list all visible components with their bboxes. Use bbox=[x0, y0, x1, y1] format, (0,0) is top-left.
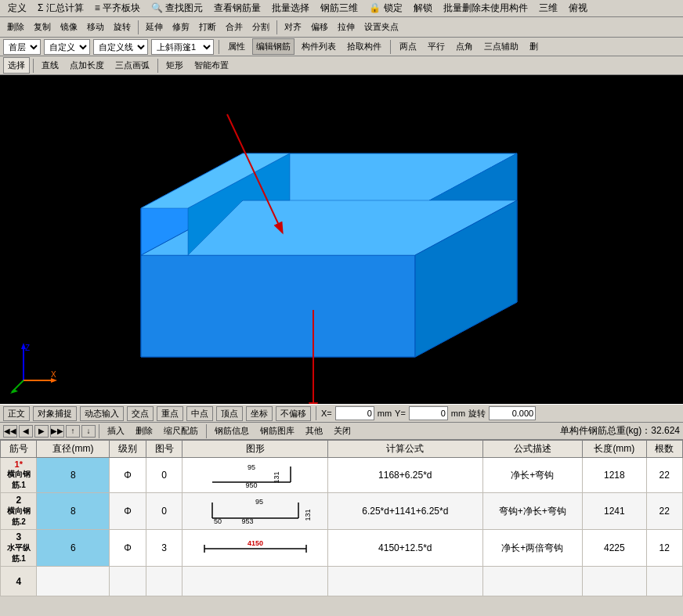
slope-select[interactable]: 上斜雨篷1 bbox=[151, 39, 214, 55]
text-mode-btn[interactable]: 正文 bbox=[3, 406, 30, 421]
delete-layer-btn[interactable]: 删 bbox=[526, 38, 542, 55]
component-list-btn[interactable]: 构件列表 bbox=[298, 38, 340, 55]
mirror-btn[interactable]: 镜像 bbox=[56, 19, 81, 35]
arc-btn[interactable]: 三点画弧 bbox=[110, 57, 154, 74]
svg-text:50: 50 bbox=[214, 517, 222, 524]
row1-shape: 95 131 950 bbox=[182, 458, 328, 493]
property-btn[interactable]: 属性 bbox=[224, 38, 249, 55]
down-btn[interactable]: ↓ bbox=[81, 425, 96, 438]
move-btn[interactable]: 移动 bbox=[83, 19, 108, 35]
weight-point-btn[interactable]: 重点 bbox=[157, 406, 183, 421]
row4-length bbox=[583, 567, 646, 596]
split-btn[interactable]: 分割 bbox=[248, 19, 273, 35]
trim-btn[interactable]: 修剪 bbox=[168, 19, 193, 35]
three-point-aux-btn[interactable]: 三点辅助 bbox=[480, 38, 522, 55]
menu-lock[interactable]: 🔒 锁定 bbox=[364, 0, 407, 16]
other-btn[interactable]: 其他 bbox=[301, 423, 327, 438]
sep8 bbox=[99, 424, 99, 438]
menu-rebar-3d[interactable]: 钢筋三维 bbox=[316, 0, 363, 16]
row2-count: 22 bbox=[646, 493, 682, 530]
menu-batch-select[interactable]: 批量选择 bbox=[267, 0, 314, 16]
align-btn[interactable]: 对齐 bbox=[280, 19, 305, 35]
row2-shape-num: 0 bbox=[146, 493, 182, 530]
two-point-btn[interactable]: 两点 bbox=[396, 38, 421, 55]
svg-text:953: 953 bbox=[241, 517, 253, 524]
stretch-btn[interactable]: 拉伸 bbox=[334, 19, 359, 35]
break-btn[interactable]: 打断 bbox=[195, 19, 220, 35]
scale-rebar-btn[interactable]: 缩尺配筋 bbox=[159, 423, 203, 438]
line-select[interactable]: 自定义线 bbox=[93, 39, 148, 55]
viewport-svg bbox=[0, 75, 683, 404]
menu-unlock[interactable]: 解锁 bbox=[409, 0, 437, 16]
prev-btn[interactable]: ◀ bbox=[19, 425, 33, 438]
vertex-btn[interactable]: 顶点 bbox=[216, 406, 243, 421]
last-btn[interactable]: ▶▶ bbox=[50, 425, 64, 438]
parallel-btn[interactable]: 平行 bbox=[424, 38, 449, 55]
point-length-btn[interactable]: 点加长度 bbox=[65, 57, 109, 74]
cross-btn[interactable]: 交点 bbox=[127, 406, 154, 421]
svg-text:X: X bbox=[51, 370, 56, 379]
svg-text:95: 95 bbox=[248, 463, 255, 471]
menu-3d[interactable]: 三维 bbox=[534, 0, 562, 16]
y-input[interactable] bbox=[409, 406, 448, 420]
svg-text:131: 131 bbox=[304, 509, 312, 521]
type-select[interactable]: 自定义 bbox=[44, 39, 90, 55]
row4-grade bbox=[110, 567, 146, 596]
rect-btn[interactable]: 矩形 bbox=[161, 57, 188, 74]
first-btn[interactable]: ◀◀ bbox=[3, 425, 17, 438]
row4-shape-num bbox=[146, 567, 182, 596]
menu-batch-delete[interactable]: 批量删除未使用构件 bbox=[439, 0, 533, 16]
menu-align[interactable]: ≡ 平齐板块 bbox=[90, 0, 145, 16]
row1-length: 1218 bbox=[583, 458, 646, 493]
midpoint-btn[interactable]: 中点 bbox=[186, 406, 213, 421]
rebar-library-btn[interactable]: 钢筋图库 bbox=[255, 423, 299, 438]
menu-sum[interactable]: Σ 汇总计算 bbox=[33, 0, 89, 16]
menu-top-view[interactable]: 俯视 bbox=[564, 0, 592, 16]
table-row: 1* 横向钢筋.1 8 Φ 0 95 131 950 1168+6.25 bbox=[1, 458, 683, 493]
x-label: X= bbox=[321, 409, 332, 418]
menu-view-rebar[interactable]: 查看钢筋量 bbox=[209, 0, 266, 16]
next-btn[interactable]: ▶ bbox=[34, 425, 49, 438]
extend-btn[interactable]: 延伸 bbox=[142, 19, 167, 35]
sep6 bbox=[157, 59, 158, 73]
layer-select[interactable]: 首层 bbox=[3, 39, 41, 55]
row2-desc: 弯钩+净长+弯钩 bbox=[482, 493, 583, 530]
svg-marker-21 bbox=[10, 389, 18, 394]
coord-btn[interactable]: 坐标 bbox=[246, 406, 273, 421]
point-angle-btn[interactable]: 点角 bbox=[452, 38, 477, 55]
delete-rebar-btn[interactable]: 删除 bbox=[131, 423, 157, 438]
row4-formula bbox=[328, 567, 482, 596]
sep3 bbox=[219, 40, 219, 54]
select-btn[interactable]: 选择 bbox=[3, 57, 30, 74]
delete-btn[interactable]: 删除 bbox=[3, 19, 28, 35]
row4-shape bbox=[182, 567, 328, 596]
offset-btn[interactable]: 偏移 bbox=[307, 19, 332, 35]
axis-indicator: Z X bbox=[8, 341, 63, 396]
close-btn[interactable]: 关闭 bbox=[329, 423, 356, 438]
smart-layout-btn[interactable]: 智能布置 bbox=[190, 57, 233, 74]
merge-btn[interactable]: 合并 bbox=[222, 19, 247, 35]
line-btn[interactable]: 直线 bbox=[37, 57, 63, 74]
shape1-svg: 95 131 950 bbox=[197, 460, 314, 488]
row4-desc bbox=[482, 567, 583, 596]
menu-define[interactable]: 定义 bbox=[3, 0, 31, 16]
rotate-btn[interactable]: 旋转 bbox=[110, 19, 135, 35]
x-input[interactable] bbox=[335, 406, 374, 420]
no-offset-btn[interactable]: 不偏移 bbox=[276, 406, 311, 421]
edit-rebar-btn[interactable]: 编辑钢筋 bbox=[252, 38, 295, 55]
rebar-info-btn[interactable]: 钢筋信息 bbox=[210, 423, 254, 438]
y-unit: mm bbox=[451, 409, 465, 418]
copy-btn[interactable]: 复制 bbox=[30, 19, 55, 35]
svg-text:4150: 4150 bbox=[248, 539, 263, 547]
viewport-3d: Z X bbox=[0, 75, 683, 404]
rotate-input[interactable] bbox=[489, 406, 536, 420]
menu-find[interactable]: 🔍 查找图元 bbox=[146, 0, 208, 16]
insert-rebar-btn[interactable]: 插入 bbox=[103, 423, 129, 438]
draw-bar: 选择 直线 点加长度 三点画弧 矩形 智能布置 bbox=[0, 56, 683, 75]
pick-component-btn[interactable]: 拾取构件 bbox=[343, 38, 385, 55]
snap-btn[interactable]: 对象捕捉 bbox=[33, 406, 77, 421]
dynamic-input-btn[interactable]: 动态输入 bbox=[80, 406, 124, 421]
row2-formula: 6.25*d+1141+6.25*d bbox=[328, 493, 482, 530]
up-btn[interactable]: ↑ bbox=[66, 425, 80, 438]
set-grip-btn[interactable]: 设置夹点 bbox=[360, 19, 403, 35]
